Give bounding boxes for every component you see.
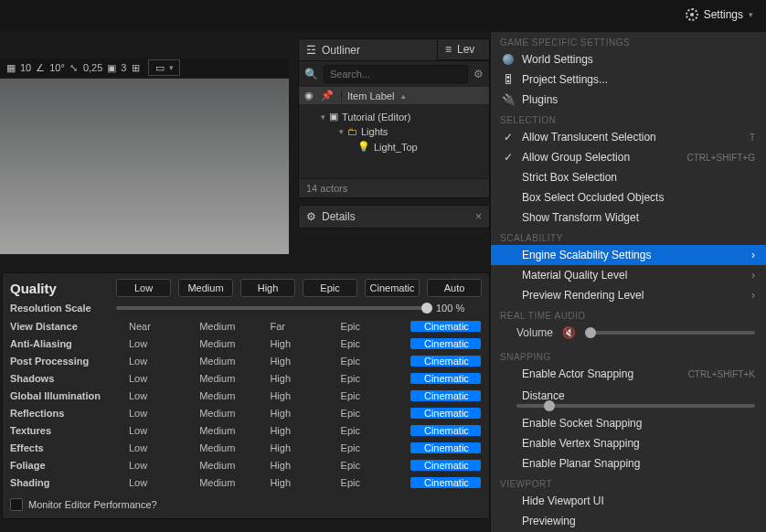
quality-option[interactable]: Low	[127, 442, 197, 453]
menu-allow-translucent[interactable]: ✓ Allow Translucent Selection T	[491, 127, 766, 147]
quality-option[interactable]: Epic	[339, 338, 410, 349]
quality-option[interactable]: Cinematic	[410, 477, 481, 488]
quality-preset-epic[interactable]: Epic	[303, 279, 357, 297]
menu-box-occluded[interactable]: Box Select Occluded Objects	[491, 187, 766, 207]
menu-show-transform[interactable]: Show Transform Widget	[491, 207, 766, 228]
angle-snap[interactable]: ∠ 10°	[35, 62, 65, 73]
quality-option[interactable]: High	[268, 408, 338, 419]
viewport[interactable]	[0, 79, 289, 254]
quality-option[interactable]: Epic	[339, 390, 410, 401]
settings-button[interactable]: Settings ▾	[678, 5, 761, 24]
quality-preset-cinematic[interactable]: Cinematic	[365, 279, 420, 297]
snap-distance-slider[interactable]	[516, 404, 755, 408]
monitor-perf-checkbox[interactable]	[10, 498, 23, 511]
menu-world-settings[interactable]: World Settings	[491, 49, 766, 69]
quality-option[interactable]: Medium	[197, 425, 268, 436]
quality-option[interactable]: Low	[127, 356, 197, 367]
slider-knob[interactable]	[421, 303, 432, 314]
volume-slider[interactable]	[585, 331, 755, 335]
resolution-scale-slider[interactable]	[116, 306, 429, 310]
close-icon[interactable]: ×	[475, 210, 482, 223]
quality-option[interactable]: Epic	[339, 408, 410, 419]
filter-icon[interactable]: ⚙	[473, 68, 484, 80]
quality-option[interactable]: High	[268, 390, 338, 401]
speaker-muted-icon[interactable]: 🔇	[562, 326, 576, 339]
menu-strict-box[interactable]: Strict Box Selection	[491, 167, 766, 187]
quality-option[interactable]: Epic	[339, 442, 410, 453]
quality-option[interactable]: Low	[127, 477, 197, 488]
menu-previewing[interactable]: Previewing	[491, 511, 766, 531]
quality-option[interactable]: High	[268, 477, 338, 488]
slider-knob[interactable]	[585, 327, 596, 338]
chevron-down-icon: ▾	[321, 112, 325, 122]
quality-option[interactable]: Cinematic	[410, 356, 481, 367]
camera-speed[interactable]: ▣ 3	[106, 62, 126, 73]
quality-option[interactable]: Epic	[339, 321, 410, 332]
quality-option[interactable]: Low	[127, 425, 197, 436]
quality-option[interactable]: Epic	[339, 356, 410, 367]
quality-option[interactable]: High	[268, 373, 338, 384]
quality-option[interactable]: Epic	[339, 425, 410, 436]
quality-option[interactable]: Near	[127, 321, 197, 332]
menu-project-settings[interactable]: 🎛 Project Settings...	[491, 69, 766, 90]
details-panel-tab[interactable]: ⚙ Details ×	[298, 205, 490, 229]
menu-engine-scalability[interactable]: Engine Scalability Settings ›	[491, 245, 766, 265]
quality-option[interactable]: Low	[127, 338, 197, 349]
tree-row-folder[interactable]: ▾ 🗀 Lights	[299, 124, 489, 139]
tree-row-actor[interactable]: 💡 Light_Top	[299, 139, 489, 154]
quality-preset-auto[interactable]: Auto	[427, 279, 482, 297]
menu-socket-snapping[interactable]: Enable Socket Snapping	[491, 413, 766, 433]
quality-option[interactable]: Far	[268, 321, 338, 332]
quality-option[interactable]: Epic	[339, 373, 410, 384]
quality-preset-high[interactable]: High	[240, 279, 295, 297]
menu-planar-snapping[interactable]: Enable Planar Snapping	[491, 453, 766, 473]
menu-allow-group[interactable]: ✓ Allow Group Selection CTRL+SHIFT+G	[491, 147, 766, 167]
quality-option[interactable]: Medium	[197, 390, 268, 401]
quality-option[interactable]: Medium	[197, 373, 268, 384]
view-mode-dropdown[interactable]: ▭ ▾	[148, 59, 180, 76]
outliner-search-input[interactable]	[324, 65, 468, 83]
quality-option[interactable]: Medium	[197, 338, 268, 349]
quality-option[interactable]: Cinematic	[410, 460, 481, 471]
grid-snap[interactable]: ▦ 10	[5, 62, 31, 73]
quality-option[interactable]: Epic	[339, 477, 410, 488]
slider-knob[interactable]	[544, 400, 555, 411]
quality-option[interactable]: Cinematic	[410, 442, 481, 453]
quality-option[interactable]: Cinematic	[410, 408, 481, 419]
quality-option[interactable]: Medium	[197, 460, 268, 471]
quality-option[interactable]: Cinematic	[410, 321, 481, 332]
quality-option[interactable]: Medium	[197, 321, 268, 332]
quality-option[interactable]: Cinematic	[410, 425, 481, 436]
quality-option[interactable]: Epic	[339, 460, 410, 471]
scale-snap[interactable]: ⤡ 0,25	[69, 62, 102, 73]
search-icon: 🔍	[304, 68, 318, 80]
quality-option[interactable]: Low	[127, 460, 197, 471]
quality-option[interactable]: Cinematic	[410, 390, 481, 401]
level-tab[interactable]: ≡ Lev	[437, 38, 490, 60]
quality-option[interactable]: Cinematic	[410, 373, 481, 384]
quality-option[interactable]: High	[268, 356, 338, 367]
quality-option[interactable]: High	[268, 460, 338, 471]
outliner-header[interactable]: ◉ 📌 Item Label ▴	[299, 87, 489, 105]
quality-option[interactable]: Low	[127, 390, 197, 401]
quality-option[interactable]: High	[268, 338, 338, 349]
quality-option[interactable]: Medium	[197, 442, 268, 453]
quality-option[interactable]: Medium	[197, 408, 268, 419]
quality-option[interactable]: Medium	[197, 477, 268, 488]
quality-preset-low[interactable]: Low	[116, 279, 171, 297]
quality-option[interactable]: Low	[127, 408, 197, 419]
quality-option[interactable]: High	[268, 442, 338, 453]
quality-option[interactable]: Low	[127, 373, 197, 384]
menu-hide-viewport-ui[interactable]: Hide Viewport UI	[491, 491, 766, 511]
menu-material-quality[interactable]: Material Quality Level ›	[491, 265, 766, 285]
quality-option[interactable]: High	[268, 425, 338, 436]
menu-actor-snapping[interactable]: Enable Actor Snapping CTRL+SHIFT+K	[491, 364, 766, 384]
tree-row-world[interactable]: ▾ ▣ Tutorial (Editor)	[299, 109, 489, 124]
quality-option[interactable]: Medium	[197, 356, 268, 367]
view-layout[interactable]: ⊞	[130, 62, 141, 73]
quality-option[interactable]: Cinematic	[410, 338, 481, 349]
menu-preview-rendering[interactable]: Preview Rendering Level ›	[491, 285, 766, 305]
menu-vertex-snapping[interactable]: Enable Vertex Snapping	[491, 433, 766, 453]
quality-preset-medium[interactable]: Medium	[178, 279, 233, 297]
menu-plugins[interactable]: 🔌 Plugins	[491, 90, 766, 110]
